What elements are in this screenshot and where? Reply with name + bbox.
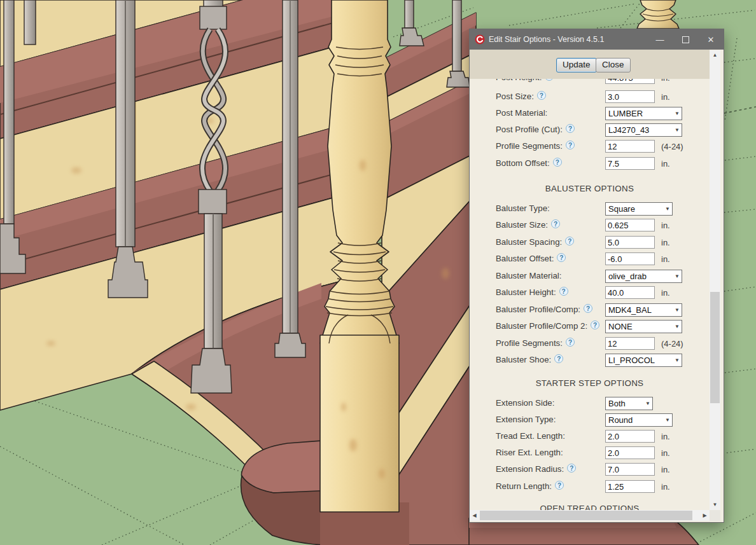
help-icon[interactable]: ? (566, 141, 575, 149)
unit-label: in. (661, 159, 670, 169)
baluster (24, 0, 36, 45)
edit-stair-options-dialog: Edit Stair Options - Version 4.5.1 — ✕ U… (469, 29, 724, 523)
unit-label: in. (661, 79, 670, 83)
dialog-titlebar[interactable]: Edit Stair Options - Version 4.5.1 — ✕ (470, 29, 724, 50)
scroll-right-icon[interactable]: ▶ (700, 510, 710, 521)
help-icon[interactable]: ? (565, 237, 574, 245)
update-button[interactable]: Update (556, 58, 597, 72)
help-icon[interactable]: ? (584, 304, 592, 313)
dropdown-arrow-icon: ▼ (675, 357, 680, 364)
form-row-baluster-profile-comp: Baluster Profile/Comp:?MDK4_BAL▼ (496, 303, 710, 317)
newel-square-base (320, 335, 399, 512)
label-baluster-height: Baluster Height: (496, 287, 556, 297)
label-profile-segments: Profile Segments: (496, 141, 563, 151)
section-header: STARTER STEP OPTIONS (470, 378, 710, 388)
baluster (4, 0, 14, 224)
help-icon[interactable]: ? (557, 253, 566, 262)
form-row-return-length: Return Length:?in. (496, 480, 710, 494)
help-icon[interactable]: ? (559, 287, 568, 296)
unit-label: (4-24) (661, 142, 683, 151)
label-baluster-profile-comp-2: Baluster Profile/Comp 2: (496, 321, 587, 331)
form-row-baluster-profile-comp-2: Baluster Profile/Comp 2:?NONE▼ (496, 320, 710, 334)
help-icon[interactable]: ? (537, 91, 546, 100)
unit-label: in. (661, 448, 670, 458)
section-header: BALUSTER OPTIONS (470, 184, 710, 193)
dropdown-arrow-icon: ▼ (675, 111, 680, 117)
input-baluster-offset[interactable] (605, 252, 655, 265)
form-row-baluster-type: Baluster Type:Square▼ (496, 202, 710, 216)
input-baluster-size[interactable] (605, 219, 655, 231)
close-window-button[interactable]: ✕ (698, 29, 724, 50)
unit-label: (4-24) (661, 339, 683, 348)
help-icon[interactable]: ? (566, 338, 575, 347)
select-value: LJ4270_43 (608, 125, 649, 135)
form-row-bottom-offset: Bottom Offset:?in. (496, 157, 710, 171)
scroll-down-icon[interactable]: ▼ (710, 500, 720, 510)
help-icon[interactable]: ? (554, 354, 563, 363)
select-baluster-profile-comp[interactable]: MDK4_BAL▼ (605, 303, 682, 317)
unit-label: in. (661, 465, 670, 474)
scroll-left-icon[interactable]: ◀ (470, 510, 479, 521)
select-post-profile-cut[interactable]: LJ4270_43▼ (605, 123, 682, 137)
horizontal-scrollbar[interactable]: ◀ ▶ (470, 510, 710, 521)
input-bottom-offset[interactable] (605, 157, 655, 170)
label-baluster-profile-comp: Baluster Profile/Comp: (496, 305, 580, 314)
help-icon[interactable]: ? (567, 464, 576, 473)
help-icon[interactable]: ? (553, 158, 562, 167)
select-value: LI_PROCOL (608, 355, 655, 365)
input-post-height[interactable] (605, 79, 655, 84)
help-icon[interactable]: ? (591, 321, 599, 329)
form-row-tread-ext-length: Tread Ext. Length:in. (496, 430, 710, 444)
input-post-size[interactable] (605, 90, 655, 103)
close-button[interactable]: Close (596, 58, 631, 72)
upper-newel-post (637, 0, 679, 29)
minimize-button[interactable]: — (647, 29, 673, 50)
select-value: Both (608, 399, 626, 408)
input-baluster-height[interactable] (605, 286, 655, 299)
dropdown-arrow-icon: ▼ (675, 273, 680, 280)
help-icon[interactable]: ? (551, 219, 560, 228)
input-extension-radius[interactable] (605, 463, 655, 476)
form-row-extension-type: Extension Type:Round▼ (496, 413, 710, 427)
dropdown-arrow-icon: ▼ (675, 324, 680, 330)
label-baluster-shoe: Baluster Shoe: (496, 355, 551, 364)
horizontal-scroll-thumb[interactable] (480, 511, 692, 520)
scroll-up-icon[interactable]: ▲ (710, 50, 720, 60)
vertical-scrollbar[interactable]: ▲ ▼ (710, 50, 720, 510)
label-post-size: Post Size: (496, 92, 534, 101)
form-row-riser-ext-length: Riser Ext. Length:in. (496, 446, 710, 460)
form-row-extension-radius: Extension Radius:?in. (496, 463, 710, 477)
input-tread-ext-length[interactable] (605, 430, 655, 443)
form-row-post-profile-cut: Post Profile (Cut):?LJ4270_43▼ (496, 123, 710, 137)
select-extension-side[interactable]: Both▼ (605, 397, 653, 410)
vertical-scroll-thumb[interactable] (710, 292, 720, 403)
select-value: NONE (608, 322, 633, 331)
label-profile-segments-2: Profile Segments: (496, 338, 563, 348)
maximize-button[interactable] (673, 29, 698, 50)
label-baluster-size: Baluster Size: (496, 220, 548, 230)
select-value: MDK4_BAL (608, 305, 652, 315)
input-baluster-spacing[interactable] (605, 236, 655, 249)
label-extension-side: Extension Side: (496, 398, 554, 408)
label-extension-radius: Extension Radius: (496, 464, 564, 474)
input-riser-ext-length[interactable] (605, 446, 655, 459)
select-baluster-type[interactable]: Square▼ (605, 202, 673, 216)
label-baluster-spacing: Baluster Spacing: (496, 237, 562, 247)
input-profile-segments-2[interactable] (605, 337, 655, 350)
unit-label: in. (661, 288, 670, 298)
form-row-baluster-shoe: Baluster Shoe:?LI_PROCOL▼ (496, 354, 710, 368)
select-post-material[interactable]: LUMBER▼ (605, 107, 682, 120)
input-return-length[interactable] (605, 480, 655, 493)
help-icon[interactable]: ? (545, 79, 554, 81)
help-icon[interactable]: ? (566, 124, 575, 133)
select-baluster-material[interactable]: olive_drab▼ (605, 270, 682, 283)
maximize-icon (682, 36, 689, 43)
select-value: LUMBER (608, 109, 643, 118)
dropdown-arrow-icon: ▼ (665, 206, 670, 212)
label-extension-type: Extension Type: (496, 415, 556, 424)
input-profile-segments[interactable] (605, 140, 655, 153)
select-extension-type[interactable]: Round▼ (605, 413, 673, 427)
select-baluster-shoe[interactable]: LI_PROCOL▼ (605, 354, 682, 367)
help-icon[interactable]: ? (555, 481, 564, 490)
select-baluster-profile-comp-2[interactable]: NONE▼ (605, 320, 682, 333)
